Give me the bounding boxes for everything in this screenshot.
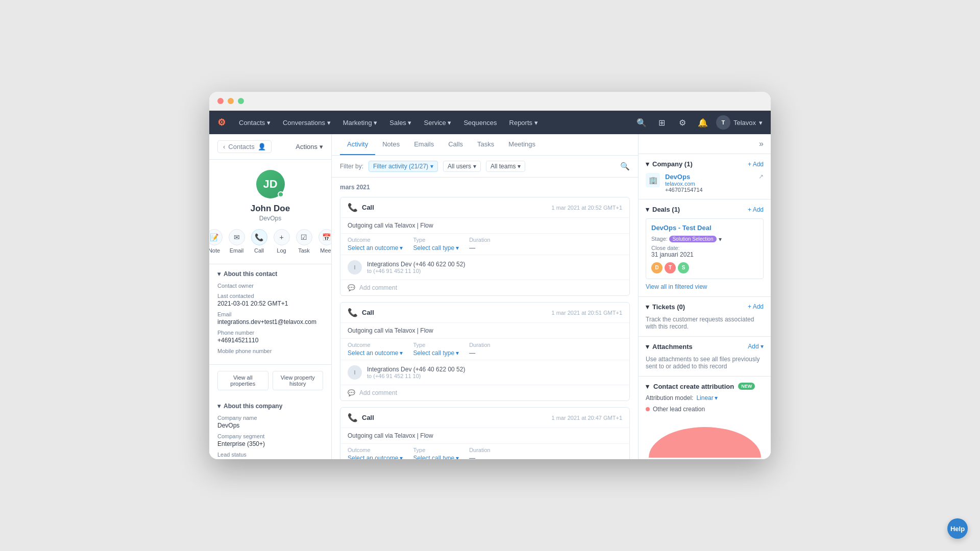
company-external-link-icon[interactable]: ↗ [758,173,764,180]
help-button[interactable]: Help [947,518,968,539]
company-name-link[interactable]: DevOps [665,173,753,181]
call3-type-chevron: ▾ [456,455,459,459]
view-all-properties-button[interactable]: View all properties [217,371,268,390]
view-all-filtered-link[interactable]: View all in filtered view [646,283,707,290]
tickets-section-title[interactable]: ▾ Tickets (0) [646,303,685,311]
call2-caller-to: to (+46 91 452 11 10) [367,373,465,379]
attachments-add-button[interactable]: Add ▾ [748,343,764,350]
browser-dot-close[interactable] [217,98,224,104]
users-filter-label: All users [448,163,471,170]
company-add-button[interactable]: + Add [748,161,764,168]
attachments-section: ▾ Attachments Add ▾ Use attachments to s… [639,337,771,377]
call3-type-select[interactable]: Select call type ▾ [413,455,459,459]
collapse-sidebar-button[interactable]: » [759,139,764,148]
activity-filter-button[interactable]: Filter activity (21/27) ▾ [369,161,438,172]
call2-add-comment[interactable]: 💬 Add comment [340,385,629,400]
call1-header: 📞 Call 1 mar 2021 at 20:52 GMT+1 [340,197,629,218]
company-section-title[interactable]: ▾ Company (1) [646,160,693,168]
contacts-breadcrumb[interactable]: ‹ Contacts 👤 [217,140,272,153]
last-contacted-value: 2021-03-01 20:52 GMT+1 [217,300,323,307]
search-icon[interactable]: 🔍 [634,115,649,130]
action-email[interactable]: ✉ Email [229,229,245,254]
tab-meetings[interactable]: Meetings [501,134,543,155]
view-property-history-button[interactable]: View property history [273,371,324,390]
attribution-model-value: Linear [696,394,713,402]
notifications-icon[interactable]: 🔔 [696,115,710,130]
action-meet[interactable]: 📅 Meet [318,229,332,254]
deal-close-value: 31 januari 2021 [651,251,758,258]
deals-section-title[interactable]: ▾ Deals (1) [646,206,680,213]
call2-caller-row: I Integrations Dev (+46 40 622 00 52) to… [340,360,629,385]
task-icon: ☑ [296,229,312,245]
nav-marketing[interactable]: Marketing ▾ [338,116,383,130]
call3-outcome-select[interactable]: Select an outcome ▾ [348,455,403,459]
deal-avatars: D T S [651,262,758,273]
attribution-chart [646,417,764,458]
tab-tasks[interactable]: Tasks [470,134,501,155]
call1-type-field: Type Select call type ▾ [413,237,459,252]
call1-outcome-select[interactable]: Select an outcome ▾ [348,244,403,252]
deals-add-button[interactable]: + Add [748,206,764,213]
browser-dot-minimize[interactable] [228,98,234,104]
tab-notes[interactable]: Notes [375,134,407,155]
browser-dot-maximize[interactable] [238,98,244,104]
call1-outcome-text: Select an outcome [348,244,398,252]
attachments-empty-text: Use attachments to see all files previou… [646,356,764,370]
call3-phone-icon: 📞 [348,413,358,422]
field-email: Email integrations.dev+test1@telavox.com [217,311,323,325]
email-field-value: integrations.dev+test1@telavox.com [217,318,323,325]
teams-filter-button[interactable]: All teams ▾ [486,161,525,172]
nav-sales[interactable]: Sales ▾ [384,116,416,130]
nav-conversations[interactable]: Conversations ▾ [278,116,336,130]
nav-sequences[interactable]: Sequences [458,116,502,130]
company-info: DevOps telavox.com +46707154714 [665,173,753,193]
actions-button[interactable]: Actions ▾ [296,143,323,151]
user-avatar: T [716,115,730,130]
about-contact-header[interactable]: ▾ About this contact [217,270,323,278]
call3-description: Outgoing call via Telavox | Flow [340,428,629,443]
apps-icon[interactable]: ⊞ [655,115,669,130]
action-note[interactable]: 📝 Note [209,229,223,254]
users-filter-button[interactable]: All users ▾ [443,161,481,172]
legend-dot-icon [646,407,650,411]
action-log[interactable]: + Log [274,229,290,254]
attribution-model-select[interactable]: Linear ▾ [696,394,717,402]
company-url-link[interactable]: telavox.com [665,181,753,187]
call1-add-comment[interactable]: 💬 Add comment [340,280,629,295]
call1-timestamp: 1 mar 2021 at 20:52 GMT+1 [552,205,623,211]
deal-name-link[interactable]: DevOps - Test Deal [651,224,758,232]
nav-service[interactable]: Service ▾ [419,116,456,130]
call2-outcome-field: Outcome Select an outcome ▾ [348,342,403,357]
call3-outcome-label: Outcome [348,447,403,453]
deal-stage-badge: Solution Selection [669,236,716,242]
call2-title: Call [362,309,374,316]
call1-type-select[interactable]: Select call type ▾ [413,244,459,252]
tab-activity[interactable]: Activity [340,134,375,155]
call2-type-text: Select call type [413,349,454,357]
settings-icon[interactable]: ⚙ [675,115,690,130]
call1-outcome-chevron: ▾ [400,244,403,252]
call1-caller-avatar: I [348,260,362,274]
call1-duration-value: — [469,244,491,252]
call2-type-field: Type Select call type ▾ [413,342,459,357]
call1-caller-name: Integrations Dev (+46 40 622 00 52) [367,261,465,268]
call2-type-select[interactable]: Select call type ▾ [413,349,459,357]
log-icon: + [274,229,290,245]
attachments-section-title[interactable]: ▾ Attachments [646,343,693,350]
action-call[interactable]: 📞 Call [251,229,267,254]
tickets-add-button[interactable]: + Add [748,303,764,310]
activity-search-button[interactable]: 🔍 [620,162,630,171]
call2-outcome-text: Select an outcome [348,349,398,357]
attribution-title[interactable]: ▾ Contact create attribution NEW [646,383,755,390]
company-card: 🏢 DevOps telavox.com +46707154714 ↗ [646,173,764,193]
tickets-section-header: ▾ Tickets (0) + Add [646,303,764,311]
tab-emails[interactable]: Emails [407,134,441,155]
nav-reports[interactable]: Reports ▾ [504,116,543,130]
action-task[interactable]: ☑ Task [296,229,312,254]
call2-caller-info: Integrations Dev (+46 40 622 00 52) to (… [367,366,465,379]
call2-outcome-select[interactable]: Select an outcome ▾ [348,349,403,357]
about-company-header[interactable]: ▾ About this company [217,403,323,410]
user-menu[interactable]: T Telavox [716,115,763,130]
tab-calls[interactable]: Calls [441,134,470,155]
nav-contacts[interactable]: Contacts ▾ [234,116,276,130]
